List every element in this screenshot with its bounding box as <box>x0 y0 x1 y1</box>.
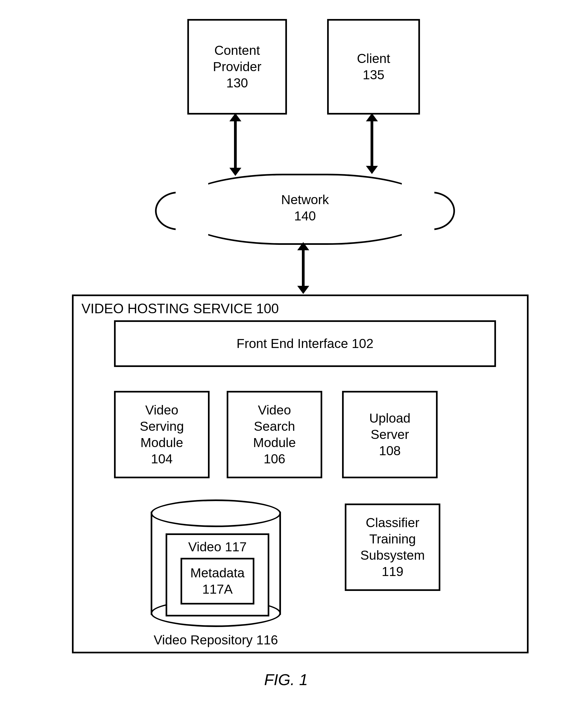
network-cloud: Network 140 <box>172 174 438 245</box>
classifier-num: 119 <box>382 564 404 580</box>
client-num: 135 <box>363 67 384 83</box>
metadata-117a-box: Metadata 117A <box>181 558 255 604</box>
diagram-canvas: Content Provider 130 Client 135 Network … <box>0 0 572 728</box>
content-provider-num: 130 <box>226 75 248 91</box>
content-provider-label: Content Provider <box>213 42 262 75</box>
arrow-network-host <box>302 250 305 286</box>
upload-server-label: Upload Server <box>369 410 411 443</box>
video-search-module-label: Video Search Module <box>253 402 296 451</box>
video-serving-module-label: Video Serving Module <box>140 402 184 451</box>
front-end-interface-label: Front End Interface 102 <box>236 336 373 352</box>
arrow-provider-network <box>234 121 237 168</box>
network-label: Network <box>174 192 436 208</box>
client-label: Client <box>357 51 390 67</box>
figure-caption: FIG. 1 <box>0 670 572 688</box>
client-box: Client 135 <box>327 19 420 115</box>
classifier-label: Classifier Training Subsystem <box>360 515 425 564</box>
video-hosting-service-title: VIDEO HOSTING SERVICE 100 <box>81 301 279 316</box>
arrow-client-network <box>371 121 373 166</box>
video-serving-module-box: Video Serving Module 104 <box>114 391 210 478</box>
video-serving-module-num: 104 <box>151 451 173 467</box>
video-search-module-box: Video Search Module 106 <box>227 391 322 478</box>
video-search-module-num: 106 <box>264 451 285 467</box>
content-provider-box: Content Provider 130 <box>187 19 287 115</box>
classifier-training-subsystem-box: Classifier Training Subsystem 119 <box>345 504 440 591</box>
upload-server-num: 108 <box>379 443 401 459</box>
metadata-num: 117A <box>202 581 233 597</box>
video-117-label: Video 117 <box>188 539 246 555</box>
upload-server-box: Upload Server 108 <box>342 391 438 478</box>
front-end-interface-box: Front End Interface 102 <box>114 320 496 367</box>
metadata-label: Metadata <box>190 565 244 581</box>
network-num: 140 <box>174 208 436 224</box>
video-repository-caption: Video Repository 116 <box>148 633 284 647</box>
